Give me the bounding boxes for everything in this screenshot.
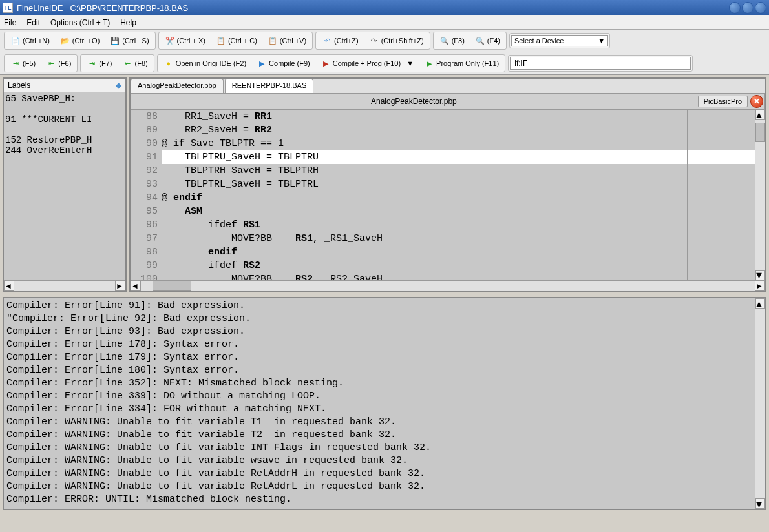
editor-tab[interactable]: AnalogPeakDetector.pbp bbox=[131, 79, 224, 93]
redo-icon: ↷ bbox=[369, 36, 379, 46]
find-next-button[interactable]: 🔍(F4) bbox=[470, 34, 505, 48]
editor-vscroll[interactable]: ▲ ▼ bbox=[755, 110, 765, 280]
output-line: Compiler: Error[Line 180]: Syntax error. bbox=[6, 364, 763, 377]
f5-button[interactable]: ⇥(F5) bbox=[6, 56, 40, 70]
chevron-down-icon[interactable]: ▼ bbox=[406, 59, 414, 67]
sidebar-header[interactable]: Labels ◆ bbox=[4, 79, 125, 92]
device-select[interactable]: Select a Device▼ bbox=[511, 35, 608, 46]
output-line: Compiler: Error[Line 91]: Bad expression… bbox=[6, 300, 763, 312]
code-line[interactable]: ifdef RS2 bbox=[162, 259, 755, 272]
line-gutter: 888990919293949596979899100 bbox=[131, 110, 162, 280]
code-line[interactable]: ifdef RS1 bbox=[162, 218, 755, 232]
minimize-button[interactable] bbox=[729, 2, 741, 14]
code-lines[interactable]: RR1_SaveH = RR1 RR2_SaveH = RR2@ if Save… bbox=[162, 110, 755, 280]
output-vscroll[interactable]: ▲ ▼ bbox=[755, 298, 765, 509]
scroll-right-button[interactable]: ► bbox=[755, 281, 765, 291]
menu-help[interactable]: Help bbox=[120, 18, 136, 27]
outdent-icon: ⇤ bbox=[123, 58, 133, 68]
editor-tab[interactable]: REENTERPBP-18.BAS bbox=[225, 79, 314, 93]
paste-button[interactable]: 📋(Ctrl +V) bbox=[263, 34, 311, 48]
f7-button[interactable]: ⇥(F7) bbox=[82, 56, 116, 70]
open-file-button[interactable]: 📂(Ctrl +O) bbox=[56, 34, 104, 48]
open-ide-button[interactable]: ●Open in Origi IDE (F2) bbox=[159, 56, 251, 70]
menu-file[interactable]: File bbox=[4, 18, 16, 27]
program-only-button[interactable]: ▶Program Only (F11) bbox=[419, 56, 503, 70]
code-line[interactable]: ASM bbox=[162, 205, 755, 218]
diamond-icon: ◆ bbox=[116, 81, 121, 90]
output-line: Compiler: WARNING: Unable to fit variabl… bbox=[6, 455, 763, 467]
compiler-output[interactable]: Compiler: Error[Line 91]: Bad expression… bbox=[3, 297, 766, 510]
sidebar-hscroll[interactable]: ◄ ► bbox=[4, 280, 125, 291]
menu-bar: File Edit Options (Ctrl + T) Help bbox=[0, 15, 769, 30]
cut-button[interactable]: ✂️(Ctrl + X) bbox=[160, 34, 210, 48]
sidebar-item[interactable]: 152 RestorePBP_H bbox=[5, 135, 124, 145]
scroll-up-button[interactable]: ▲ bbox=[755, 298, 765, 309]
code-line[interactable]: TBLPTRL_SaveH = TBLPTRL bbox=[162, 178, 755, 191]
scroll-left-button[interactable]: ◄ bbox=[131, 281, 141, 291]
sidebar-item[interactable]: 244 OverReEnterH bbox=[5, 145, 124, 156]
code-line[interactable]: MOVE?BB RS1, _RS1_SaveH bbox=[162, 232, 755, 245]
output-line: Compiler: Error[Line 352]: NEXT: Mismatc… bbox=[6, 377, 763, 390]
search-icon: 🔍 bbox=[475, 36, 485, 46]
editor-hscroll[interactable]: ◄ ► bbox=[131, 280, 765, 291]
code-line[interactable]: MOVE?BB RS2, RS2 SaveH bbox=[162, 272, 755, 280]
sidebar-item[interactable] bbox=[5, 104, 124, 114]
sidebar-item[interactable]: 65 SavePBP_H: bbox=[5, 94, 124, 104]
find-button[interactable]: 🔍(F3) bbox=[435, 34, 469, 48]
code-line[interactable]: TBLPTRH_SaveH = TBLPTRH bbox=[162, 164, 755, 178]
code-line[interactable]: endif bbox=[162, 245, 755, 259]
search-icon: 🔍 bbox=[439, 36, 450, 46]
app-icon: FL bbox=[3, 3, 13, 13]
editor-title: AnalogPeakDetector.pbp bbox=[131, 96, 697, 107]
compile-button[interactable]: ▶Compile (F9) bbox=[252, 56, 315, 70]
compile-prog-button[interactable]: ▶Compile + Prog (F10)▼ bbox=[316, 56, 418, 70]
close-window-button[interactable] bbox=[755, 2, 766, 14]
toolbar-row-1: 📄(Ctrl +N) 📂(Ctrl +O) 💾(Ctrl +S) ✂️(Ctrl… bbox=[0, 30, 769, 52]
play-icon: ▶ bbox=[321, 58, 331, 68]
copy-icon: 📋 bbox=[216, 36, 226, 46]
menu-edit[interactable]: Edit bbox=[26, 18, 40, 27]
menu-options[interactable]: Options (Ctrl + T) bbox=[50, 18, 110, 27]
code-line[interactable]: RR2_SaveH = RR2 bbox=[162, 123, 755, 137]
indent-icon: ⇥ bbox=[87, 58, 97, 68]
scroll-down-button[interactable]: ▼ bbox=[755, 270, 765, 280]
indent-icon: ⇥ bbox=[10, 58, 21, 68]
editor-area: AnalogPeakDetector.pbpREENTERPBP-18.BAS … bbox=[129, 77, 766, 292]
output-line: Compiler: ERROR: UNTIL: Mismatched block… bbox=[6, 493, 763, 506]
sidebar-item[interactable] bbox=[5, 125, 124, 135]
scroll-thumb[interactable] bbox=[755, 123, 765, 142]
output-line: Compiler: WARNING: Unable to fit variabl… bbox=[6, 467, 763, 480]
circle-icon: ● bbox=[163, 58, 174, 68]
maximize-button[interactable] bbox=[742, 2, 753, 14]
title-text: FineLineIDE C:\PBP\REENTERPBP-18.BAS bbox=[17, 3, 729, 13]
code-line[interactable]: @ endif bbox=[162, 191, 755, 205]
hscroll-thumb[interactable] bbox=[153, 281, 191, 291]
scroll-down-button[interactable]: ▼ bbox=[755, 498, 765, 509]
output-line: Compiler: Error[Line 178]: Syntax error. bbox=[6, 338, 763, 351]
scroll-up-button[interactable]: ▲ bbox=[755, 110, 765, 120]
save-file-button[interactable]: 💾(Ctrl +S) bbox=[105, 34, 153, 48]
scroll-right-button[interactable]: ► bbox=[115, 281, 125, 291]
main-area: Labels ◆ 65 SavePBP_H: 91 ***CURRENT LI … bbox=[0, 75, 769, 294]
code-line[interactable]: TBLPTRU_SaveH = TBLPTRU bbox=[162, 150, 755, 164]
play-icon: ▶ bbox=[424, 58, 434, 68]
code-line[interactable]: RR1_SaveH = RR1 bbox=[162, 110, 755, 123]
scissors-icon: ✂️ bbox=[165, 36, 175, 46]
output-line: "Compiler: Error[Line 92]: Bad expressio… bbox=[6, 312, 763, 325]
copy-button[interactable]: 📋(Ctrl + C) bbox=[211, 34, 262, 48]
if-snippet-box[interactable]: if:IF bbox=[510, 57, 691, 70]
code-line[interactable]: @ if Save_TBLPTR == 1 bbox=[162, 137, 755, 150]
redo-button[interactable]: ↷(Ctrl+Shift+Z) bbox=[364, 34, 428, 48]
save-icon: 💾 bbox=[110, 36, 120, 46]
close-editor-button[interactable]: ✕ bbox=[750, 95, 763, 108]
f6-button[interactable]: ⇤(F6) bbox=[41, 56, 76, 70]
undo-button[interactable]: ↶(Ctrl+Z) bbox=[317, 34, 363, 48]
f8-button[interactable]: ⇤(F8) bbox=[118, 56, 153, 70]
new-file-button[interactable]: 📄(Ctrl +N) bbox=[6, 34, 54, 48]
code-area[interactable]: 888990919293949596979899100 RR1_SaveH = … bbox=[131, 110, 765, 280]
scroll-left-button[interactable]: ◄ bbox=[4, 281, 14, 291]
paste-icon: 📋 bbox=[268, 36, 278, 46]
sidebar-body[interactable]: 65 SavePBP_H: 91 ***CURRENT LI 152 Resto… bbox=[4, 92, 125, 280]
sidebar-item[interactable]: 91 ***CURRENT LI bbox=[5, 114, 124, 125]
labels-sidebar: Labels ◆ 65 SavePBP_H: 91 ***CURRENT LI … bbox=[3, 77, 127, 292]
